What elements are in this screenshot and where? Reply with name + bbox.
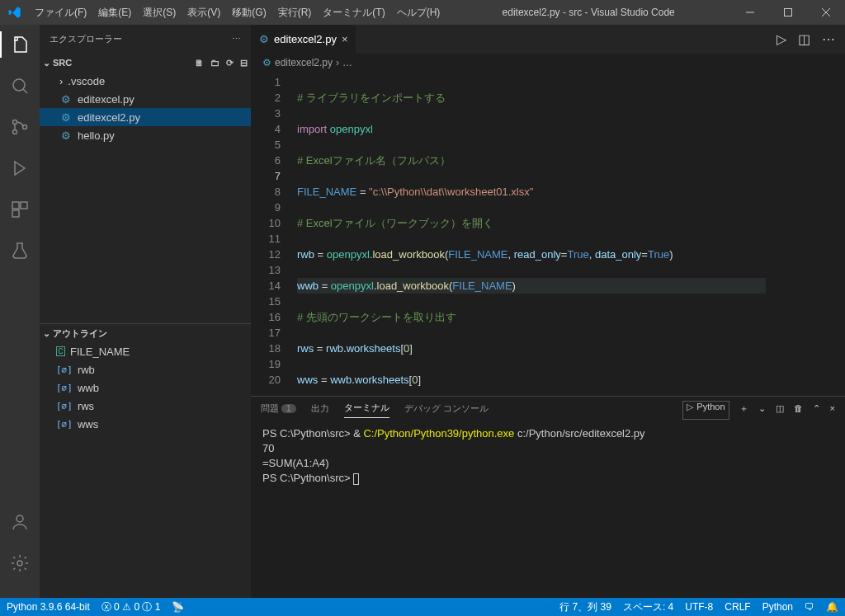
menu-view[interactable]: 表示(V)	[182, 6, 226, 20]
close-button[interactable]	[807, 0, 845, 25]
close-tab-icon[interactable]: ×	[342, 33, 348, 45]
outline-item[interactable]: [∅]wwb	[40, 379, 251, 397]
more-icon[interactable]: ⋯	[232, 34, 241, 45]
output-tab[interactable]: 出力	[311, 402, 329, 418]
svg-point-4	[13, 79, 25, 91]
menu-help[interactable]: ヘルプ(H)	[391, 6, 446, 20]
run-icon[interactable]: ▷	[777, 31, 786, 47]
status-problems[interactable]: ⓧ 0 ⚠ 0 ⓘ 1	[101, 600, 161, 614]
status-line-col[interactable]: 行 7、列 39	[559, 600, 611, 614]
code-content[interactable]: # ライブラリをインポートする import openpyxl # Excelフ…	[297, 72, 766, 396]
breadcrumb-more: …	[342, 57, 352, 68]
search-icon[interactable]	[0, 73, 40, 99]
new-terminal-icon[interactable]: ＋	[739, 402, 748, 418]
outline-header[interactable]: ⌄ アウトライン	[40, 324, 251, 342]
tree-file-editexcel[interactable]: ⚙ editexcel.py	[40, 90, 251, 108]
menu-edit[interactable]: 編集(E)	[92, 6, 137, 20]
terminal-dropdown-icon[interactable]: ⌄	[758, 403, 766, 417]
symbol-label: FILE_NAME	[70, 346, 130, 358]
settings-gear-icon[interactable]	[0, 550, 40, 576]
file-label: hello.py	[78, 129, 115, 142]
variable-symbol-icon: [∅]	[56, 401, 73, 411]
problems-tab[interactable]: 問題 1	[261, 402, 296, 418]
new-folder-icon[interactable]: 🗀	[210, 58, 220, 68]
python-file-icon: ⚙	[59, 93, 73, 106]
vscode-logo-icon	[0, 6, 29, 19]
outline-title: アウトライン	[53, 327, 107, 340]
status-eol[interactable]: CRLF	[725, 601, 750, 613]
more-actions-icon[interactable]: ⋯	[822, 31, 835, 47]
outline-item[interactable]: [∅]rwb	[40, 360, 251, 379]
menu-terminal[interactable]: ターミナル(T)	[317, 6, 390, 20]
main-menu: ファイル(F) 編集(E) 選択(S) 表示(V) 移動(G) 実行(R) ター…	[29, 6, 446, 20]
split-terminal-icon[interactable]: ◫	[776, 403, 784, 417]
svg-line-5	[23, 89, 27, 93]
extensions-icon[interactable]	[0, 196, 40, 223]
status-encoding[interactable]: UTF-8	[685, 601, 713, 613]
refresh-icon[interactable]: ⟳	[226, 58, 234, 68]
variable-symbol-icon: [∅]	[56, 419, 73, 430]
editor-tab[interactable]: ⚙ editexcel2.py ×	[251, 25, 356, 54]
svg-rect-1	[785, 9, 792, 16]
menu-go[interactable]: 移動(G)	[226, 6, 271, 20]
new-file-icon[interactable]: 🗎	[195, 58, 204, 68]
terminal-tab[interactable]: ターミナル	[344, 402, 389, 418]
outline-item[interactable]: [∅]wws	[40, 415, 251, 433]
run-debug-icon[interactable]	[0, 155, 40, 181]
terminal-launch-profile[interactable]: ▷Python	[682, 401, 729, 420]
line-numbers: 1234567891011121314151617181920	[251, 72, 297, 396]
tree-file-editexcel2[interactable]: ⚙ editexcel2.py	[40, 108, 251, 126]
source-control-icon[interactable]	[0, 114, 40, 140]
maximize-button[interactable]	[769, 0, 807, 25]
status-bar: Python 3.9.6 64-bit ⓧ 0 ⚠ 0 ⓘ 1 📡 行 7、列 …	[0, 598, 845, 616]
menu-file[interactable]: ファイル(F)	[29, 6, 92, 20]
status-indentation[interactable]: スペース: 4	[623, 600, 673, 614]
minimap[interactable]	[766, 72, 845, 396]
status-language[interactable]: Python	[762, 601, 793, 613]
split-editor-icon[interactable]: ◫	[798, 31, 810, 47]
maximize-panel-icon[interactable]: ⌃	[813, 403, 820, 417]
python-file-icon: ⚙	[259, 33, 269, 45]
status-python-version[interactable]: Python 3.9.6 64-bit	[7, 601, 90, 613]
status-feedback-icon[interactable]: 🗨	[805, 601, 814, 613]
svg-rect-10	[21, 202, 27, 209]
activity-bar	[0, 25, 40, 598]
variable-symbol-icon: [∅]	[56, 364, 73, 375]
folder-header[interactable]: ⌄ SRC 🗎 🗀 ⟳ ⊟	[40, 54, 251, 72]
title-bar: ファイル(F) 編集(E) 選択(S) 表示(V) 移動(G) 実行(R) ター…	[0, 0, 845, 25]
minimize-button[interactable]	[731, 0, 769, 25]
bottom-panel: 問題 1 出力 ターミナル デバッグ コンソール ▷Python ＋ ⌄ ◫ 🗑…	[251, 396, 845, 598]
symbol-label: rws	[78, 400, 94, 412]
outline-item[interactable]: 🄲FILE_NAME	[40, 342, 251, 360]
kill-terminal-icon[interactable]: 🗑	[794, 403, 803, 416]
code-editor[interactable]: 1234567891011121314151617181920 # ライブラリを…	[251, 72, 845, 396]
breadcrumb[interactable]: ⚙ editexcel2.py › …	[251, 54, 845, 72]
outline-item[interactable]: [∅]rws	[40, 397, 251, 415]
testing-icon[interactable]	[0, 237, 40, 264]
explorer-icon[interactable]	[0, 31, 40, 58]
svg-rect-9	[12, 202, 19, 209]
menu-run[interactable]: 実行(R)	[272, 6, 318, 20]
python-file-icon: ⚙	[59, 129, 73, 142]
symbol-label: wws	[78, 418, 98, 430]
svg-point-13	[17, 561, 22, 566]
explorer-title: エクスプローラー	[50, 33, 122, 45]
window-title: editexcel2.py - src - Visual Studio Code	[446, 7, 731, 18]
collapse-icon[interactable]: ⊟	[240, 58, 248, 68]
close-panel-icon[interactable]: ×	[830, 403, 835, 416]
tree-folder-vscode[interactable]: › .vscode	[40, 72, 251, 90]
breadcrumb-file: editexcel2.py	[275, 57, 333, 68]
account-icon[interactable]	[0, 509, 40, 535]
status-notifications-icon[interactable]: 🔔	[826, 601, 838, 613]
chevron-down-icon: ⌄	[43, 58, 50, 68]
menu-selection[interactable]: 選択(S)	[137, 6, 182, 20]
svg-point-7	[13, 130, 17, 134]
breadcrumb-sep: ›	[336, 57, 339, 68]
file-label: editexcel.py	[78, 93, 135, 106]
svg-point-6	[13, 120, 17, 125]
terminal-content[interactable]: PS C:\Python\src> & C:/Python/Python39/p…	[251, 423, 845, 598]
debug-console-tab[interactable]: デバッグ コンソール	[404, 402, 489, 418]
symbol-label: rwb	[78, 364, 95, 376]
status-radio-icon[interactable]: 📡	[172, 601, 184, 613]
tree-file-hello[interactable]: ⚙ hello.py	[40, 126, 251, 144]
